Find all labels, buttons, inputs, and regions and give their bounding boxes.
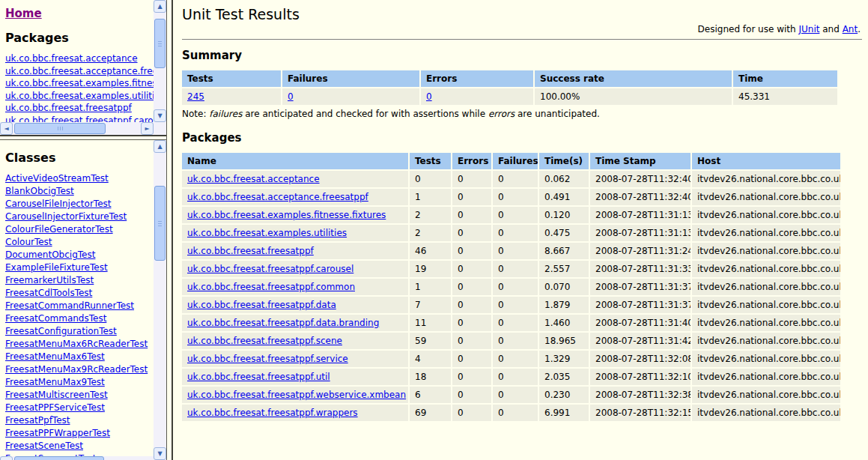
sidebar-class-link[interactable]: FreesatPPFWrapperTest bbox=[5, 427, 154, 440]
package-link[interactable]: uk.co.bbc.freesat.freesatppf.scene bbox=[187, 336, 342, 346]
package-errors-cell: 0 bbox=[452, 189, 491, 205]
packages-frame-horizontal-scrollbar[interactable]: ◄ ► bbox=[0, 122, 154, 135]
scroll-track[interactable] bbox=[154, 153, 166, 447]
sidebar-package-link[interactable]: uk.co.bbc.freesat.freesatppf.carousel bbox=[5, 115, 154, 123]
package-name-cell: uk.co.bbc.freesat.freesatppf.util bbox=[182, 369, 408, 385]
junit-link[interactable]: JUnit bbox=[798, 24, 819, 34]
package-errors-cell: 0 bbox=[452, 315, 491, 331]
sidebar-class-link[interactable]: FreesatCommandRunnerTest bbox=[5, 300, 154, 312]
summary-table: Tests Failures Errors Success rate Time … bbox=[180, 69, 839, 106]
packages-table: Name Tests Errors Failures Time(s) Time … bbox=[180, 151, 842, 423]
sidebar-class-link[interactable]: FreesatConfigurationTest bbox=[5, 325, 154, 338]
package-link[interactable]: uk.co.bbc.freesat.freesatppf.wrappers bbox=[187, 408, 358, 418]
sidebar-package-link[interactable]: uk.co.bbc.freesat.examples.fitnesse.fixt… bbox=[5, 77, 154, 90]
scroll-down-icon[interactable]: ▼ bbox=[154, 109, 166, 122]
package-errors-cell: 0 bbox=[452, 261, 491, 277]
classes-frame-horizontal-scrollbar[interactable] bbox=[0, 456, 154, 460]
package-link[interactable]: uk.co.bbc.freesat.freesatppf.carousel bbox=[187, 264, 353, 274]
scroll-thumb[interactable] bbox=[154, 19, 166, 68]
note-suffix: are unanticipated. bbox=[515, 109, 600, 119]
summary-errors-link[interactable]: 0 bbox=[426, 91, 432, 102]
package-timestamp-cell: 2008-07-28T11:32:08 bbox=[590, 351, 691, 367]
packages-frame-vertical-scrollbar[interactable]: ▲ ▼ bbox=[154, 0, 166, 122]
frame-border[interactable] bbox=[166, 0, 173, 460]
sidebar-class-link[interactable]: FreemarkerUtilsTest bbox=[5, 274, 154, 287]
main-frame: Unit Test Results Designed for use with … bbox=[173, 0, 868, 460]
sidebar-class-link[interactable]: DocumentObcigTest bbox=[5, 249, 154, 261]
package-tests-cell: 69 bbox=[410, 405, 451, 421]
sidebar-class-link[interactable]: CarouselFileInjectorTest bbox=[5, 198, 154, 211]
package-link[interactable]: uk.co.bbc.freesat.freesatppf.webservice.… bbox=[187, 390, 406, 400]
sidebar-class-link[interactable]: FreesatPPFServiceTest bbox=[5, 402, 154, 414]
package-host-cell: itvdev26.national.core.bbc.co.uk bbox=[692, 189, 840, 205]
note-failures-em: failures bbox=[209, 109, 242, 119]
package-link[interactable]: uk.co.bbc.freesat.freesatppf.service bbox=[187, 354, 348, 364]
package-failures-cell: 0 bbox=[493, 369, 538, 385]
sidebar-class-link[interactable]: ActiveVideoStreamTest bbox=[5, 172, 154, 185]
scroll-down-icon[interactable]: ▼ bbox=[154, 447, 166, 460]
scroll-thumb[interactable] bbox=[14, 123, 106, 134]
package-link[interactable]: uk.co.bbc.freesat.examples.fitnesse.fixt… bbox=[187, 210, 386, 220]
package-link[interactable]: uk.co.bbc.freesat.freesatppf bbox=[187, 246, 314, 256]
sidebar-class-link[interactable]: ExampleFileFixtureTest bbox=[5, 261, 154, 274]
package-timestamp-cell: 2008-07-28T11:31:37 bbox=[590, 297, 691, 313]
scroll-up-icon[interactable]: ▲ bbox=[154, 0, 166, 13]
package-host-cell: itvdev26.national.core.bbc.co.uk bbox=[692, 279, 840, 295]
left-frames-column: Home Packages uk.co.bbc.freesat.acceptan… bbox=[0, 0, 166, 460]
sidebar-class-link[interactable]: BlankObcigTest bbox=[5, 185, 154, 198]
package-name-cell: uk.co.bbc.freesat.freesatppf.carousel bbox=[182, 261, 408, 277]
scroll-thumb[interactable] bbox=[14, 456, 104, 460]
scroll-left-button[interactable] bbox=[0, 456, 13, 460]
summary-failures-link[interactable]: 0 bbox=[288, 91, 294, 102]
sidebar-package-link[interactable]: uk.co.bbc.freesat.acceptance bbox=[5, 52, 154, 65]
sidebar-class-link[interactable]: FreesatCdlToolsTest bbox=[5, 287, 154, 300]
package-host-cell: itvdev26.national.core.bbc.co.uk bbox=[692, 171, 840, 187]
scroll-up-icon[interactable]: ▲ bbox=[154, 140, 166, 153]
summary-tests-link[interactable]: 245 bbox=[187, 91, 204, 102]
package-link[interactable]: uk.co.bbc.freesat.examples.utilities bbox=[187, 228, 347, 238]
package-tests-cell: 4 bbox=[410, 351, 451, 367]
package-timestamp-cell: 2008-07-28T11:31:40 bbox=[590, 315, 691, 331]
sidebar-class-link[interactable]: FreesatCommandsTest bbox=[5, 312, 154, 325]
package-link[interactable]: uk.co.bbc.freesat.acceptance.freesatppf bbox=[187, 192, 368, 202]
package-row: uk.co.bbc.freesat.freesatppf.data 7 0 0 … bbox=[182, 297, 840, 313]
package-errors-cell: 0 bbox=[452, 387, 491, 403]
classes-frame-vertical-scrollbar[interactable]: ▲ ▼ bbox=[154, 140, 166, 460]
package-name-cell: uk.co.bbc.freesat.freesatppf.wrappers bbox=[182, 405, 408, 421]
sidebar-class-link[interactable]: FreesatMenuMax6Test bbox=[5, 351, 154, 363]
sidebar-class-link[interactable]: FreesatPpfTest bbox=[5, 414, 154, 427]
sidebar-class-link[interactable]: FreesatSceneTest bbox=[5, 440, 154, 453]
ant-link[interactable]: Ant bbox=[843, 24, 858, 34]
package-link[interactable]: uk.co.bbc.freesat.freesatppf.data.brandi… bbox=[187, 318, 379, 328]
package-row: uk.co.bbc.freesat.freesatppf.wrappers 69… bbox=[182, 405, 840, 421]
package-timestamp-cell: 2008-07-28T11:32:38 bbox=[590, 387, 691, 403]
package-link[interactable]: uk.co.bbc.freesat.freesatppf.util bbox=[187, 372, 330, 382]
sidebar-class-link[interactable]: ColourTest bbox=[5, 236, 154, 249]
sidebar-package-link[interactable]: uk.co.bbc.freesat.freesatppf bbox=[5, 102, 154, 115]
home-link[interactable]: Home bbox=[5, 7, 42, 20]
frame-divider[interactable] bbox=[0, 135, 166, 140]
scroll-track[interactable] bbox=[154, 13, 166, 109]
package-link[interactable]: uk.co.bbc.freesat.acceptance bbox=[187, 174, 320, 184]
package-time-cell: 2.035 bbox=[539, 369, 589, 385]
sidebar-package-link[interactable]: uk.co.bbc.freesat.acceptance.freesatppf bbox=[5, 65, 154, 78]
package-time-cell: 0.070 bbox=[539, 279, 589, 295]
package-tests-cell: 11 bbox=[410, 315, 451, 331]
credits-prefix: Designed for use with bbox=[698, 24, 799, 34]
package-failures-cell: 0 bbox=[493, 333, 538, 349]
package-timestamp-cell: 2008-07-28T11:32:40 bbox=[590, 171, 691, 187]
package-link[interactable]: uk.co.bbc.freesat.freesatppf.common bbox=[187, 282, 355, 292]
sidebar-package-link[interactable]: uk.co.bbc.freesat.examples.utilities bbox=[5, 90, 154, 103]
scroll-track[interactable] bbox=[13, 122, 141, 135]
sidebar-class-link[interactable]: FreesatMenuMax6RcReaderTest bbox=[5, 338, 154, 351]
scroll-left-icon[interactable]: ◄ bbox=[0, 122, 13, 135]
package-link[interactable]: uk.co.bbc.freesat.freesatppf.data bbox=[187, 300, 336, 310]
sidebar-class-link[interactable]: FreesatMultiscreenTest bbox=[5, 389, 154, 402]
sidebar-class-link[interactable]: CarouselInjectorFixtureTest bbox=[5, 211, 154, 223]
package-errors-cell: 0 bbox=[452, 333, 491, 349]
sidebar-class-link[interactable]: ColourFileGeneratorTest bbox=[5, 223, 154, 236]
sidebar-class-link[interactable]: FreesatMenuMax9Test bbox=[5, 376, 154, 389]
scroll-right-icon[interactable]: ► bbox=[141, 122, 154, 135]
scroll-thumb[interactable] bbox=[154, 186, 166, 261]
sidebar-class-link[interactable]: FreesatMenuMax9RcReaderTest bbox=[5, 363, 154, 376]
